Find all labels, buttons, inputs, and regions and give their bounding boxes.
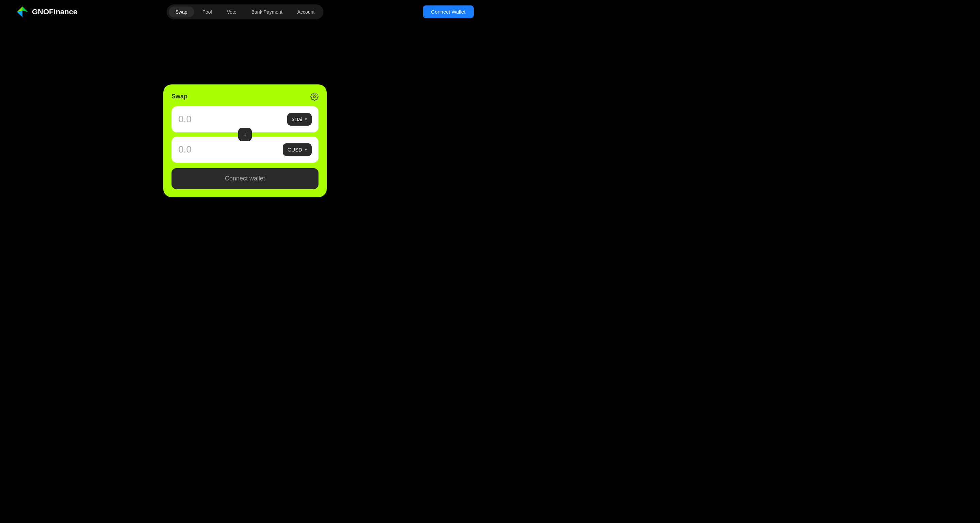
from-token-label: xDai xyxy=(292,116,302,122)
to-token-chevron: ▾ xyxy=(305,147,307,152)
logo-text: GNOFinance xyxy=(32,8,77,16)
nav-item-pool[interactable]: Pool xyxy=(196,6,219,18)
svg-marker-0 xyxy=(22,6,28,12)
swap-arrow-wrapper: ↓ xyxy=(172,132,318,137)
nav-item-swap[interactable]: Swap xyxy=(169,6,194,18)
swap-card-header: Swap xyxy=(172,92,318,101)
swap-card-title: Swap xyxy=(172,93,188,100)
swap-direction-button[interactable]: ↓ xyxy=(238,128,252,141)
swap-down-arrow-icon: ↓ xyxy=(243,131,247,137)
nav-item-vote[interactable]: Vote xyxy=(220,6,243,18)
from-token-chevron: ▾ xyxy=(305,117,307,121)
logo-area: GNOFinance xyxy=(16,6,77,18)
from-token-selector[interactable]: xDai ▾ xyxy=(287,113,312,126)
header: GNOFinance Swap Pool Vote Bank Payment A… xyxy=(0,0,490,24)
swap-card: Swap 0.0 xDai ▾ ↓ xyxy=(163,85,327,197)
settings-icon[interactable] xyxy=(310,92,318,101)
svg-point-3 xyxy=(313,96,315,98)
logo-icon xyxy=(16,6,29,18)
connect-wallet-button[interactable]: Connect Wallet xyxy=(423,5,474,18)
to-token-selector[interactable]: GUSD ▾ xyxy=(283,144,312,156)
main-content: Swap 0.0 xDai ▾ ↓ xyxy=(0,24,490,258)
to-token-label: GUSD xyxy=(288,147,302,153)
to-amount: 0.0 xyxy=(178,144,192,155)
nav-item-account[interactable]: Account xyxy=(291,6,321,18)
nav-item-bank-payment[interactable]: Bank Payment xyxy=(245,6,289,18)
from-amount: 0.0 xyxy=(178,114,192,124)
nav-bar: Swap Pool Vote Bank Payment Account xyxy=(167,5,324,19)
inputs-wrapper: 0.0 xDai ▾ ↓ 0.0 GUSD ▾ xyxy=(172,106,318,163)
connect-wallet-action-button[interactable]: Connect wallet xyxy=(172,168,318,189)
